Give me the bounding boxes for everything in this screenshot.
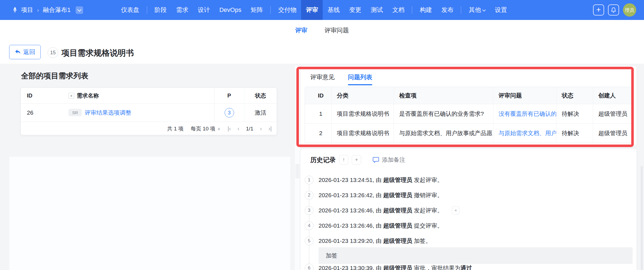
- history-header: 历史记录 ↑ + 添加备注: [310, 155, 405, 164]
- issues-panel-tabs: 评审意见 问题列表: [310, 73, 372, 85]
- nav-item-stage[interactable]: 阶段: [150, 0, 171, 20]
- issues-table-header: ID 分类 检查项 评审问题 状态 创建人: [305, 87, 631, 104]
- app-screen: 项目 › 融合瀑布1 仪表盘 阶段 需求 设计 DevOps 矩阵 交付物 评审…: [0, 0, 644, 270]
- last-page-icon[interactable]: ›|: [268, 125, 272, 132]
- priority-badge[interactable]: 3: [225, 108, 234, 117]
- nav-item-deliverable[interactable]: 交付物: [273, 0, 301, 20]
- create-button[interactable]: +: [593, 4, 604, 16]
- breadcrumb: 项目 › 融合瀑布1: [0, 6, 83, 14]
- expand-entry-button[interactable]: +: [452, 207, 460, 214]
- tab-issue-list[interactable]: 问题列表: [348, 73, 372, 85]
- requirements-list-title: 全部的项目需求列表: [21, 71, 88, 81]
- chevron-down-icon: [483, 8, 486, 12]
- review-id-badge: 15: [48, 47, 58, 58]
- splitter-grip-icon: [296, 164, 299, 178]
- nav-item-change[interactable]: 变更: [344, 0, 366, 20]
- story-name-cell: SR 评审结果选项调整: [62, 104, 214, 122]
- breadcrumb-app[interactable]: 项目: [21, 6, 33, 14]
- col-check-item: 检查项: [394, 87, 493, 104]
- tab-review-opinions[interactable]: 评审意见: [310, 73, 335, 85]
- breadcrumb-project[interactable]: 融合瀑布1: [43, 6, 71, 14]
- expand-all-icon[interactable]: +: [68, 93, 74, 99]
- per-page-select[interactable]: 每页 10 项 ∧: [191, 125, 220, 132]
- plus-icon: +: [596, 6, 601, 14]
- nav-item-baseline[interactable]: 基线: [323, 0, 344, 20]
- col-status: 状态: [556, 87, 593, 104]
- tab-review[interactable]: 评审: [295, 25, 308, 36]
- tab-review-issues[interactable]: 评审问题: [324, 25, 350, 36]
- nav-separator: [270, 6, 271, 14]
- pane-splitter[interactable]: [294, 66, 301, 270]
- reverse-order-button[interactable]: ↑: [339, 155, 348, 164]
- issue-check-item: 与原始需求文档、用户故事或产品愿: [394, 124, 493, 143]
- nav-item-test[interactable]: 测试: [366, 0, 388, 20]
- history-entry: 1 2026-01-23 13:24:51, 由 超级管理员 发起评审。: [305, 176, 443, 184]
- prev-page-icon[interactable]: ‹: [237, 125, 239, 132]
- project-switch-dropdown[interactable]: [76, 6, 83, 14]
- issue-id: 1: [305, 104, 331, 123]
- entry-number: 3: [305, 206, 314, 215]
- entry-number: 6: [305, 264, 314, 270]
- issue-status: 待解决: [556, 124, 593, 143]
- issue-link: 与原始需求文档、用户: [493, 124, 556, 143]
- nav-item-other[interactable]: 其他: [464, 0, 490, 20]
- table-row: 1 项目需求规格说明书 是否覆盖所有已确认的业务需求? 没有覆盖所有已确认的 待…: [305, 104, 631, 124]
- page-header: 返回 15 项目需求规格说明书: [0, 41, 644, 64]
- nav-item-settings[interactable]: 设置: [490, 0, 512, 20]
- nav-item-design[interactable]: 设计: [193, 0, 215, 20]
- comment-icon: [372, 156, 379, 163]
- scrollbar-thumb[interactable]: [641, 166, 643, 270]
- nav-separator: [412, 6, 412, 14]
- bell-icon: [610, 7, 617, 13]
- nav-item-release[interactable]: 发布: [437, 0, 458, 20]
- back-button[interactable]: 返回: [9, 45, 41, 59]
- issue-status: 待解决: [556, 104, 593, 123]
- history-entry: 3 2026-01-23 13:26:46, 由 超级管理员 发起评审。 +: [305, 206, 460, 215]
- subnav-tabs: 评审 评审问题: [0, 20, 644, 41]
- priority-cell: 3: [214, 104, 244, 122]
- history-entry: 4 2026-01-23 13:26:46, 由 超级管理员 提交评审。: [305, 221, 443, 230]
- issue-creator: 超级管理员: [593, 124, 631, 143]
- col-status: 状态: [244, 88, 277, 103]
- history-entry: 2 2026-01-23 13:26:42, 由 超级管理员 撤销评审。: [305, 191, 443, 200]
- nav-menu: 仪表盘 阶段 需求 设计 DevOps 矩阵 交付物 评审 基线 变更 测试 文…: [116, 0, 512, 20]
- status-cell: 激活: [244, 104, 277, 122]
- left-lower-area: [9, 157, 290, 270]
- nav-separator: [147, 6, 147, 14]
- first-page-icon[interactable]: |‹: [228, 125, 231, 132]
- requirements-table: ID + 需求名称 P 状态 26 SR 评审结果选项调整 3 激活 共 1 项…: [20, 88, 277, 135]
- navbar-actions: + 理员: [593, 3, 644, 17]
- col-category: 分类: [331, 87, 394, 104]
- issue-id: 2: [305, 124, 331, 143]
- issues-table: ID 分类 检查项 评审问题 状态 创建人 1 项目需求规格说明书 是否覆盖所有…: [305, 87, 632, 143]
- nav-item-doc[interactable]: 文档: [388, 0, 409, 20]
- next-page-icon[interactable]: ›: [260, 125, 262, 132]
- avatar[interactable]: 理员: [623, 3, 636, 17]
- issue-check-item: 是否覆盖所有已确认的业务需求?: [394, 104, 493, 123]
- nav-item-story[interactable]: 需求: [171, 0, 193, 20]
- notification-button[interactable]: [608, 4, 619, 16]
- nav-item-review[interactable]: 评审: [301, 0, 323, 20]
- issue-category: 项目需求规格说明书: [331, 104, 394, 123]
- nav-item-dashboard[interactable]: 仪表盘: [116, 0, 144, 20]
- issue-category: 项目需求规格说明书: [331, 124, 394, 143]
- chevron-down-icon: [77, 7, 82, 12]
- entry-number: 1: [305, 176, 314, 184]
- pager-buttons: |‹ ‹ 1/1 › ›|: [228, 125, 272, 132]
- story-link[interactable]: 评审结果选项调整: [85, 109, 131, 117]
- nav-item-build[interactable]: 构建: [415, 0, 437, 20]
- story-id: 26: [21, 104, 62, 122]
- add-note-button[interactable]: 添加备注: [372, 156, 405, 164]
- back-arrow-icon: [15, 49, 21, 55]
- pagination: 共 1 项 每页 10 项 ∧ |‹ ‹ 1/1 › ›|: [21, 122, 277, 135]
- col-issue: 评审问题: [493, 87, 556, 104]
- requirements-table-header: ID + 需求名称 P 状态: [21, 88, 277, 104]
- col-name: + 需求名称: [62, 88, 214, 103]
- history-title: 历史记录: [310, 156, 336, 164]
- col-id: ID: [21, 88, 62, 103]
- nav-item-matrix[interactable]: 矩阵: [246, 0, 268, 20]
- top-navbar: 项目 › 融合瀑布1 仪表盘 阶段 需求 设计 DevOps 矩阵 交付物 评审…: [0, 0, 644, 20]
- nav-item-devops[interactable]: DevOps: [215, 0, 246, 20]
- expand-all-button[interactable]: +: [352, 155, 361, 164]
- history-entry: 5 2026-01-23 13:29:20, 由 超级管理员 加签。: [305, 236, 431, 245]
